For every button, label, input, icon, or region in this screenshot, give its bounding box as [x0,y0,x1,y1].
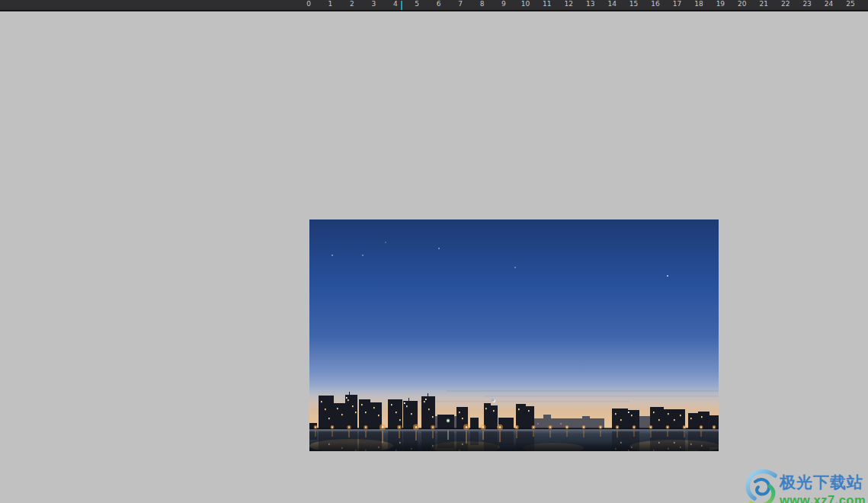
ruler-tick-label: 8 [480,0,485,8]
ruler-tick-label: 20 [738,0,746,8]
ruler-tick-label: 1 [328,0,333,8]
watermark-text: 极光下载站 www.xz7.com [780,466,866,503]
watermark-swirl-logo-icon [744,466,779,503]
ruler-tick-label: 3 [371,0,376,8]
ruler-tick-label: 16 [651,0,659,8]
ruler-tick-label: 0 [306,0,311,8]
playhead[interactable] [401,1,402,10]
ruler-tick-label: 5 [415,0,419,8]
ruler-tick-label: 10 [521,0,530,8]
timeline-ruler[interactable]: 0123456789101112131415161718192021222324… [0,0,868,11]
city-skyline-image [309,219,719,451]
watermark: 极光下载站 www.xz7.com [744,466,866,503]
water [309,429,719,451]
ruler-tick-label: 9 [501,0,506,8]
watermark-site-url: www.xz7.com [780,492,866,503]
ruler-tick-label: 4 [393,0,398,8]
ruler-tick-label: 12 [565,0,573,8]
ruler-tick-label: 7 [458,0,463,8]
ruler-tick-label: 23 [802,0,811,8]
watermark-site-name: 极光下载站 [780,473,866,492]
app-window: 0123456789101112131415161718192021222324… [0,0,868,503]
ruler-tick-label: 18 [694,0,703,8]
ruler-tick-label: 11 [543,0,551,8]
sky [309,219,719,431]
ruler-tick-label: 6 [437,0,441,8]
ruler-tick-label: 17 [673,0,681,8]
ruler-tick-label: 14 [607,0,616,8]
ruler-tick-label: 15 [629,0,638,8]
ruler-tick-label: 25 [846,0,854,8]
ruler-tick-label: 24 [825,0,833,8]
ruler-tick-label: 13 [586,0,594,8]
ruler-tick-label: 21 [760,0,768,8]
ruler-tick-label: 22 [781,0,790,8]
preview-image[interactable] [309,219,719,451]
editor-canvas: 极光下载站 www.xz7.com [0,11,868,503]
ruler-tick-label: 19 [716,0,725,8]
ruler-tick-label: 2 [350,0,354,8]
